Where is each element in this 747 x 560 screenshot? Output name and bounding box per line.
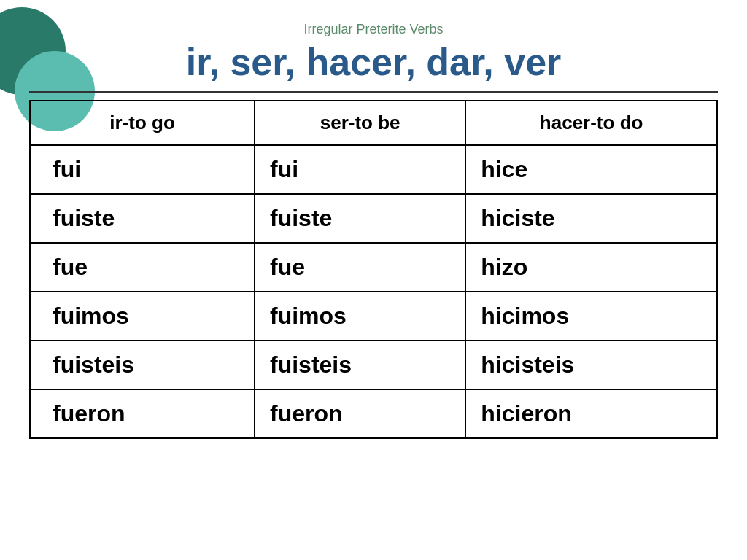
col-header-hacer: hacer-to do bbox=[465, 101, 717, 145]
table-wrapper: ir-to go ser-to be hacer-to do fuifuihic… bbox=[29, 100, 718, 439]
cell-r5-c0: fueron bbox=[30, 389, 255, 438]
cell-r1-c1: fuiste bbox=[255, 194, 465, 243]
cell-r0-c0: fui bbox=[30, 145, 255, 194]
subtitle: Irregular Preterite Verbs bbox=[29, 22, 718, 37]
cell-r3-c1: fuimos bbox=[255, 292, 465, 341]
conjugation-table: ir-to go ser-to be hacer-to do fuifuihic… bbox=[29, 100, 718, 439]
cell-r1-c2: hiciste bbox=[465, 194, 717, 243]
cell-r4-c1: fuisteis bbox=[255, 341, 465, 389]
cell-r1-c0: fuiste bbox=[30, 194, 255, 243]
col-header-ser: ser-to be bbox=[255, 101, 465, 145]
table-row: fuefuehizo bbox=[30, 243, 717, 292]
cell-r5-c1: fueron bbox=[255, 389, 465, 438]
cell-r3-c2: hicimos bbox=[465, 292, 717, 341]
cell-r4-c2: hicisteis bbox=[465, 341, 717, 389]
table-row: fuifuihice bbox=[30, 145, 717, 194]
cell-r4-c0: fuisteis bbox=[30, 341, 255, 389]
table-row: fuisteisfuisteishicisteis bbox=[30, 341, 717, 389]
col-header-ir: ir-to go bbox=[30, 101, 255, 145]
cell-r0-c1: fui bbox=[255, 145, 465, 194]
table-row: fuistefuistehiciste bbox=[30, 194, 717, 243]
divider bbox=[29, 91, 718, 93]
cell-r5-c2: hicieron bbox=[465, 389, 717, 438]
table-body: fuifuihicefuistefuistehicistefuefuehizof… bbox=[30, 145, 717, 438]
table-header-row: ir-to go ser-to be hacer-to do bbox=[30, 101, 717, 145]
cell-r2-c2: hizo bbox=[465, 243, 717, 292]
page-title: ir, ser, hacer, dar, ver bbox=[29, 40, 718, 84]
table-row: fuimosfuimoshicimos bbox=[30, 292, 717, 341]
cell-r2-c1: fue bbox=[255, 243, 465, 292]
page-content: Irregular Preterite Verbs ir, ser, hacer… bbox=[0, 0, 747, 454]
cell-r0-c2: hice bbox=[465, 145, 717, 194]
cell-r3-c0: fuimos bbox=[30, 292, 255, 341]
cell-r2-c0: fue bbox=[30, 243, 255, 292]
table-row: fueronfueronhicieron bbox=[30, 389, 717, 438]
